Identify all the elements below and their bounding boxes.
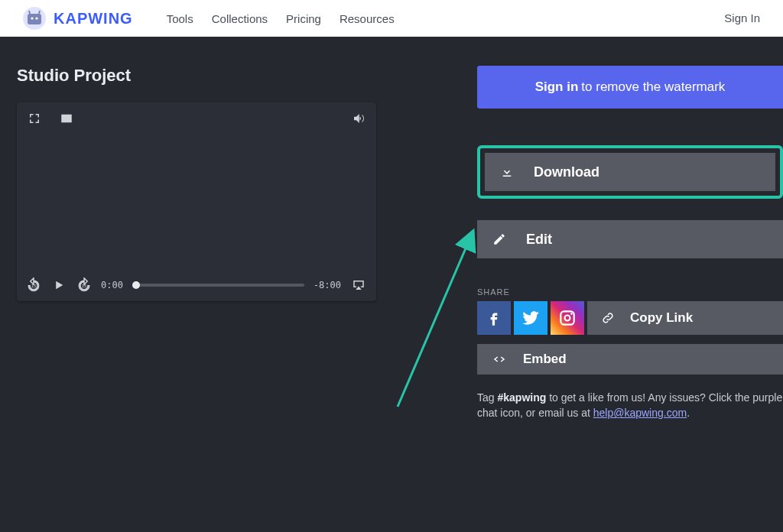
code-icon xyxy=(492,352,506,366)
footnote-post: . xyxy=(687,407,690,419)
nav-collections[interactable]: Collections xyxy=(212,12,268,25)
forward-15-icon[interactable]: 15 xyxy=(76,277,92,293)
remaining-time: -8:00 xyxy=(314,280,341,290)
brand-logo[interactable]: KAPWING xyxy=(23,7,133,30)
embed-button[interactable]: Embed xyxy=(477,344,783,375)
link-icon xyxy=(601,311,615,325)
airplay-icon[interactable] xyxy=(350,277,367,294)
signin-banner-strong: Sign in xyxy=(535,79,579,95)
seek-bar[interactable] xyxy=(132,284,304,287)
nav-resources[interactable]: Resources xyxy=(340,12,395,25)
svg-point-1 xyxy=(31,17,33,19)
footnote: Tag #kapwing to get a like from us! Any … xyxy=(477,390,783,421)
footnote-pre: Tag xyxy=(477,391,497,404)
annotation-arrow-icon xyxy=(382,216,489,414)
edit-button[interactable]: Edit xyxy=(477,220,783,258)
fullscreen-icon[interactable] xyxy=(26,110,43,127)
nav-tools[interactable]: Tools xyxy=(167,12,193,25)
nav-links: Tools Collections Pricing Resources xyxy=(167,12,395,25)
play-icon[interactable] xyxy=(50,277,67,294)
share-instagram[interactable] xyxy=(551,301,584,335)
svg-point-8 xyxy=(570,313,573,315)
nav-signin[interactable]: Sign In xyxy=(724,11,760,24)
volume-icon[interactable] xyxy=(350,110,367,127)
svg-line-5 xyxy=(398,232,473,407)
signin-banner[interactable]: Sign in to remove the watermark xyxy=(477,66,783,109)
share-facebook[interactable] xyxy=(477,301,511,335)
help-email-link[interactable]: help@kapwing.com xyxy=(593,407,687,419)
brand-name: KAPWING xyxy=(54,10,133,28)
top-nav: KAPWING Tools Collections Pricing Resour… xyxy=(0,0,783,37)
download-button[interactable]: Download xyxy=(485,153,775,191)
share-twitter[interactable] xyxy=(514,301,547,335)
edit-label: Edit xyxy=(526,232,552,248)
svg-text:15: 15 xyxy=(31,284,36,288)
svg-point-7 xyxy=(565,316,570,321)
download-icon xyxy=(500,165,514,179)
footnote-tag: #kapwing xyxy=(497,391,546,404)
download-highlight: Download xyxy=(477,145,783,199)
svg-text:15: 15 xyxy=(82,284,86,288)
page-title: Studio Project xyxy=(17,66,384,86)
svg-point-2 xyxy=(35,17,37,19)
svg-rect-0 xyxy=(28,14,41,24)
pencil-icon xyxy=(492,232,506,246)
current-time: 0:00 xyxy=(101,280,123,290)
logo-mark-icon xyxy=(23,7,46,30)
twitter-icon xyxy=(521,308,541,328)
instagram-icon xyxy=(557,308,577,328)
video-player[interactable]: 15 15 0:00 -8:00 xyxy=(17,102,376,301)
rewind-15-icon[interactable]: 15 xyxy=(26,277,41,293)
signin-banner-text: to remove the watermark xyxy=(581,79,725,95)
facebook-icon xyxy=(484,308,504,328)
copy-link-button[interactable]: Copy Link xyxy=(587,301,783,335)
share-heading: SHARE xyxy=(477,287,783,297)
download-label: Download xyxy=(534,164,599,180)
nav-pricing[interactable]: Pricing xyxy=(286,12,321,25)
pip-icon[interactable] xyxy=(58,110,75,127)
embed-label: Embed xyxy=(523,352,567,367)
copy-link-label: Copy Link xyxy=(630,310,693,326)
